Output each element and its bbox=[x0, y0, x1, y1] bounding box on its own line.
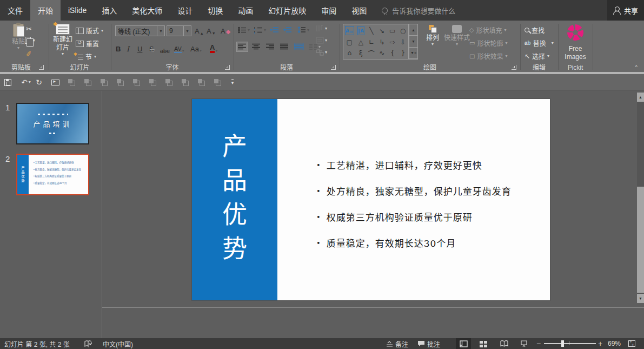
tab-file[interactable]: 文件 bbox=[0, 0, 30, 21]
bullets-button[interactable]: ▾ bbox=[238, 27, 250, 34]
decrease-indent-button[interactable] bbox=[270, 27, 279, 34]
increase-indent-button[interactable] bbox=[283, 27, 292, 34]
start-slideshow-button[interactable] bbox=[50, 77, 61, 87]
text-shadow-button[interactable]: S bbox=[149, 43, 154, 53]
ungroup-button[interactable] bbox=[147, 77, 158, 87]
send-to-back-button[interactable] bbox=[212, 77, 223, 87]
select-button[interactable]: ↖ 选择▾ bbox=[525, 51, 549, 61]
language-indicator[interactable]: 中文(中国) bbox=[103, 338, 133, 349]
vertical-scrollbar[interactable]: ▲ ▼ bbox=[637, 93, 644, 306]
justify-button[interactable] bbox=[280, 43, 289, 50]
freeform-shape[interactable]: ⌂ bbox=[343, 47, 356, 59]
right-brace-shape[interactable]: } bbox=[398, 47, 409, 59]
reading-view-button[interactable] bbox=[496, 338, 512, 349]
redo-button[interactable]: ↻ bbox=[34, 77, 44, 87]
scribble-shape[interactable]: ξ bbox=[356, 47, 366, 59]
font-name-combo[interactable]: 等线 (正文)▾ bbox=[115, 25, 165, 36]
arrange-button[interactable]: 排列 ▾ bbox=[423, 25, 442, 47]
tab-home[interactable]: 开始 bbox=[30, 0, 61, 21]
drawing-dialog-launcher[interactable] bbox=[512, 65, 516, 70]
arc-shape[interactable]: ⌒ bbox=[366, 47, 377, 59]
arrow-shape[interactable]: ↘ bbox=[377, 24, 388, 37]
font-color-button[interactable]: A▾ bbox=[210, 43, 217, 53]
slide-bullet[interactable]: 权威第三方机构验证质量优于原研 bbox=[316, 210, 512, 220]
scroll-down-icon[interactable]: ▼ bbox=[637, 294, 644, 303]
numbering-button[interactable]: ▾ bbox=[254, 27, 266, 34]
align-left-button[interactable] bbox=[237, 42, 248, 51]
character-spacing-button[interactable]: AV▾ bbox=[174, 43, 184, 53]
elbow-connector-shape[interactable]: ∟ bbox=[366, 37, 377, 47]
comments-toggle[interactable]: 批注 bbox=[417, 338, 440, 349]
slide-bullet[interactable]: 处方精良，独家无糖型，保护儿童牙齿发育 bbox=[316, 184, 512, 194]
triangle-shape[interactable]: △ bbox=[356, 37, 366, 47]
align-center-button[interactable] bbox=[252, 43, 261, 50]
curve-shape[interactable]: ∿ bbox=[377, 47, 388, 59]
tab-beautify[interactable]: 美化大师 bbox=[124, 0, 170, 21]
rectangle-shape[interactable]: ▭ bbox=[387, 24, 398, 37]
layout-button[interactable]: 版式▾ bbox=[76, 26, 103, 35]
decrease-font-button[interactable]: A▼ bbox=[207, 25, 216, 35]
scroll-up-icon[interactable]: ▲ bbox=[637, 93, 644, 102]
down-arrow-shape[interactable]: ⇩ bbox=[398, 37, 409, 47]
change-case-button[interactable]: Aa▾ bbox=[190, 43, 202, 53]
columns-button[interactable]: ▾ bbox=[309, 43, 321, 50]
tab-view[interactable]: 视图 bbox=[344, 0, 374, 21]
spellcheck-button[interactable] bbox=[84, 338, 92, 349]
slide-indicator[interactable]: 幻灯片 第 2 张, 共 2 张 bbox=[4, 338, 70, 349]
section-button[interactable]: ✱ 节▾ bbox=[76, 52, 96, 61]
slide1-thumbnail[interactable]: 产品培训 bbox=[16, 103, 89, 144]
increase-font-button[interactable]: A▲ bbox=[195, 25, 204, 35]
zoom-out-button[interactable]: − bbox=[536, 338, 541, 349]
shapes-scroll-up-icon[interactable]: ▲ bbox=[409, 24, 417, 36]
fit-to-window-button[interactable] bbox=[628, 338, 635, 349]
oval-shape[interactable]: ○ bbox=[398, 24, 409, 37]
paragraph-dialog-launcher[interactable] bbox=[331, 65, 336, 70]
bold-button[interactable]: B bbox=[116, 43, 121, 53]
rounded-rectangle-shape[interactable]: ▢ bbox=[343, 37, 356, 47]
left-brace-shape[interactable]: { bbox=[387, 47, 398, 59]
font-dialog-launcher[interactable] bbox=[225, 65, 230, 70]
format-painter-button[interactable]: ✐ bbox=[26, 50, 32, 58]
shape-outline-button[interactable]: ▭ 形状轮廓▾ bbox=[469, 38, 507, 48]
clipboard-dialog-launcher[interactable] bbox=[39, 65, 44, 70]
zoom-level[interactable]: 69% bbox=[608, 338, 621, 349]
bring-forward-button[interactable] bbox=[163, 77, 174, 87]
find-button[interactable]: 查找 bbox=[525, 25, 545, 35]
text-box-shape[interactable]: A≡ bbox=[345, 26, 354, 35]
align-bottom-button[interactable] bbox=[98, 77, 109, 87]
slide-bullet-list[interactable]: 工艺精湛，进口辅料，疗效更好更快 处方精良，独家无糖型，保护儿童牙齿发育 权威第… bbox=[316, 158, 512, 262]
send-backward-button[interactable] bbox=[180, 77, 190, 87]
align-right-button[interactable] bbox=[266, 43, 275, 50]
distribute-horizontal-button[interactable] bbox=[115, 77, 125, 87]
align-middle-button[interactable] bbox=[82, 77, 93, 87]
zoom-in-button[interactable]: + bbox=[598, 338, 602, 349]
group-button[interactable] bbox=[131, 77, 142, 87]
tab-animations[interactable]: 动画 bbox=[230, 0, 261, 21]
cut-button[interactable]: ✂ bbox=[26, 25, 32, 33]
tab-review[interactable]: 审阅 bbox=[314, 0, 344, 21]
new-slide-button[interactable]: ✱ 新建幻灯片 ▾ bbox=[51, 24, 75, 56]
shape-effects-button[interactable]: ▢ 形状效果▾ bbox=[469, 51, 507, 61]
tab-design[interactable]: 设计 bbox=[170, 0, 200, 21]
shapes-scroll-down-icon[interactable]: ▼ bbox=[409, 36, 417, 47]
replace-button[interactable]: ab 替换▾ bbox=[525, 38, 554, 48]
bring-to-front-button[interactable] bbox=[196, 77, 207, 87]
italic-button[interactable]: I bbox=[127, 43, 129, 53]
underline-button[interactable]: U bbox=[137, 43, 142, 53]
scrollbar-thumb[interactable] bbox=[637, 187, 644, 293]
share-button[interactable]: 共享 bbox=[607, 0, 644, 21]
slide-sorter-view-button[interactable] bbox=[476, 338, 491, 349]
right-arrow-shape[interactable]: ⇨ bbox=[387, 37, 398, 47]
slide2-thumbnail-selected[interactable]: 产品优势 工艺精湛，进口辅料，疗效更好更快 处方精良，独家无糖型，保护儿童牙齿发… bbox=[16, 154, 89, 195]
tab-insert[interactable]: 插入 bbox=[94, 0, 124, 21]
slide-canvas[interactable]: 产 品 优 势 工艺精湛，进口辅料，疗效更好更快 处方精良，独家无糖型，保护儿童… bbox=[192, 99, 550, 300]
vertical-text-box-shape[interactable]: ‖A bbox=[357, 26, 364, 35]
slide-vertical-title[interactable]: 产 品 优 势 bbox=[192, 129, 277, 266]
align-top-button[interactable] bbox=[66, 77, 77, 87]
shape-fill-button[interactable]: ◇ 形状填充▾ bbox=[469, 25, 507, 35]
distribute-button[interactable] bbox=[294, 43, 304, 50]
notes-pane-splitter[interactable] bbox=[102, 307, 644, 308]
tab-islide[interactable]: iSlide bbox=[61, 0, 94, 21]
slideshow-view-button[interactable] bbox=[516, 338, 532, 349]
slide-bullet[interactable]: 工艺精湛，进口辅料，疗效更好更快 bbox=[316, 158, 512, 168]
